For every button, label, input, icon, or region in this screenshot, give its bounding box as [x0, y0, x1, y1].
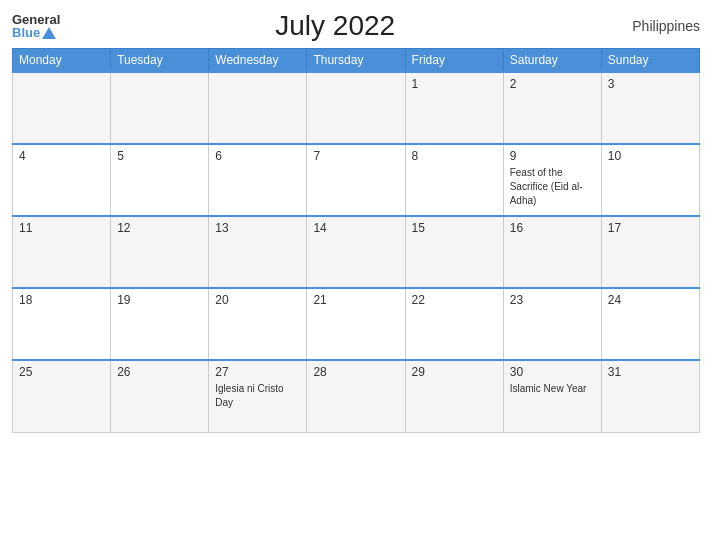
calendar-cell: 10 [601, 144, 699, 216]
week-row-1: 123 [13, 72, 700, 144]
day-event: Islamic New Year [510, 383, 587, 394]
calendar-cell [209, 72, 307, 144]
calendar-cell: 13 [209, 216, 307, 288]
calendar-cell: 3 [601, 72, 699, 144]
calendar-cell: 1 [405, 72, 503, 144]
day-event: Iglesia ni Cristo Day [215, 383, 283, 408]
day-number: 18 [19, 293, 104, 307]
calendar-cell: 27Iglesia ni Cristo Day [209, 360, 307, 432]
day-number: 25 [19, 365, 104, 379]
day-number: 31 [608, 365, 693, 379]
calendar-cell: 6 [209, 144, 307, 216]
header-friday: Friday [405, 49, 503, 73]
calendar-cell: 11 [13, 216, 111, 288]
day-number: 5 [117, 149, 202, 163]
calendar-page: General Blue July 2022 Philippines Monda… [0, 0, 712, 550]
day-number: 14 [313, 221, 398, 235]
calendar-cell: 15 [405, 216, 503, 288]
calendar-cell: 19 [111, 288, 209, 360]
day-number: 22 [412, 293, 497, 307]
calendar-cell: 25 [13, 360, 111, 432]
calendar-cell [13, 72, 111, 144]
calendar-cell: 7 [307, 144, 405, 216]
week-row-4: 18192021222324 [13, 288, 700, 360]
header-wednesday: Wednesday [209, 49, 307, 73]
calendar-cell: 29 [405, 360, 503, 432]
day-number: 23 [510, 293, 595, 307]
calendar-cell: 9Feast of the Sacrifice (Eid al-Adha) [503, 144, 601, 216]
day-number: 11 [19, 221, 104, 235]
day-number: 10 [608, 149, 693, 163]
calendar-cell: 5 [111, 144, 209, 216]
calendar-cell: 17 [601, 216, 699, 288]
day-number: 3 [608, 77, 693, 91]
day-number: 26 [117, 365, 202, 379]
calendar-title: July 2022 [60, 10, 610, 42]
calendar-cell: 31 [601, 360, 699, 432]
calendar-header: General Blue July 2022 Philippines [12, 10, 700, 42]
calendar-cell: 4 [13, 144, 111, 216]
day-number: 28 [313, 365, 398, 379]
day-number: 27 [215, 365, 300, 379]
header-thursday: Thursday [307, 49, 405, 73]
day-number: 8 [412, 149, 497, 163]
calendar-cell: 18 [13, 288, 111, 360]
day-number: 20 [215, 293, 300, 307]
day-number: 17 [608, 221, 693, 235]
day-event: Feast of the Sacrifice (Eid al-Adha) [510, 167, 583, 206]
day-number: 16 [510, 221, 595, 235]
day-number: 7 [313, 149, 398, 163]
day-number: 21 [313, 293, 398, 307]
calendar-table: Monday Tuesday Wednesday Thursday Friday… [12, 48, 700, 433]
weekday-header-row: Monday Tuesday Wednesday Thursday Friday… [13, 49, 700, 73]
calendar-cell: 16 [503, 216, 601, 288]
day-number: 4 [19, 149, 104, 163]
day-number: 19 [117, 293, 202, 307]
logo-blue-text: Blue [12, 26, 40, 39]
country-label: Philippines [610, 18, 700, 34]
day-number: 24 [608, 293, 693, 307]
header-tuesday: Tuesday [111, 49, 209, 73]
calendar-cell: 23 [503, 288, 601, 360]
header-saturday: Saturday [503, 49, 601, 73]
calendar-cell [307, 72, 405, 144]
calendar-cell: 28 [307, 360, 405, 432]
week-row-2: 456789Feast of the Sacrifice (Eid al-Adh… [13, 144, 700, 216]
header-monday: Monday [13, 49, 111, 73]
calendar-cell: 2 [503, 72, 601, 144]
day-number: 13 [215, 221, 300, 235]
header-sunday: Sunday [601, 49, 699, 73]
day-number: 9 [510, 149, 595, 163]
day-number: 15 [412, 221, 497, 235]
calendar-cell: 8 [405, 144, 503, 216]
calendar-cell: 22 [405, 288, 503, 360]
calendar-cell: 14 [307, 216, 405, 288]
day-number: 6 [215, 149, 300, 163]
day-number: 30 [510, 365, 595, 379]
calendar-cell: 24 [601, 288, 699, 360]
calendar-cell: 12 [111, 216, 209, 288]
week-row-5: 252627Iglesia ni Cristo Day282930Islamic… [13, 360, 700, 432]
day-number: 1 [412, 77, 497, 91]
logo: General Blue [12, 13, 60, 39]
calendar-cell: 21 [307, 288, 405, 360]
day-number: 12 [117, 221, 202, 235]
calendar-cell: 30Islamic New Year [503, 360, 601, 432]
day-number: 29 [412, 365, 497, 379]
calendar-cell: 20 [209, 288, 307, 360]
logo-triangle-icon [42, 27, 56, 39]
calendar-cell: 26 [111, 360, 209, 432]
week-row-3: 11121314151617 [13, 216, 700, 288]
calendar-cell [111, 72, 209, 144]
day-number: 2 [510, 77, 595, 91]
